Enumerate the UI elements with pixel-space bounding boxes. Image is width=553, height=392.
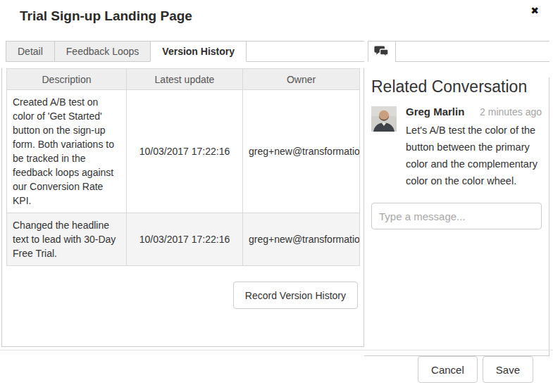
conversation-heading: Related Conversation xyxy=(371,77,542,96)
description-cell: Created A/B test on color of 'Get Starte… xyxy=(7,90,127,213)
conversation-panel: Related Conversation Greg Marlin xyxy=(364,41,549,356)
table-header-row: Description Latest update Owner xyxy=(7,69,360,90)
page-title: Trial Sign-up Landing Page xyxy=(20,8,192,24)
table-row: Created A/B test on color of 'Get Starte… xyxy=(7,90,360,213)
footer-divider xyxy=(0,350,553,350)
message-author: Greg Marlin xyxy=(406,106,464,118)
tab-version-history[interactable]: Version History xyxy=(150,41,247,62)
avatar xyxy=(371,106,397,132)
table-row: Changed the headline text to lead with 3… xyxy=(7,213,360,266)
owner-cell: greg+new@transformatio xyxy=(243,90,360,213)
footer-actions: Cancel Save xyxy=(418,356,533,383)
detail-tabs-panel: Detail Feedback Loops Version History De… xyxy=(1,41,364,347)
conversation-message: Greg Marlin 2 minutes ago Let's A/B test… xyxy=(371,106,542,189)
close-icon[interactable]: ✖ xyxy=(530,4,539,18)
message-timestamp: 2 minutes ago xyxy=(480,106,542,118)
save-button[interactable]: Save xyxy=(483,356,533,383)
tab-filler xyxy=(395,41,549,62)
tab-bar: Detail Feedback Loops Version History xyxy=(1,41,364,62)
conversation-content: Related Conversation Greg Marlin xyxy=(364,77,549,356)
column-header-latest-update: Latest update xyxy=(127,69,243,90)
column-header-description: Description xyxy=(7,69,127,90)
tab-detail[interactable]: Detail xyxy=(6,41,55,62)
latest-update-cell: 10/03/2017 17:22:16 xyxy=(127,90,243,213)
conversation-tab-bar xyxy=(364,41,549,62)
owner-cell: greg+new@transformatio xyxy=(243,213,360,266)
version-history-content: Description Latest update Owner Created … xyxy=(1,68,364,347)
latest-update-cell: 10/03/2017 17:22:16 xyxy=(127,213,243,266)
description-cell: Changed the headline text to lead with 3… xyxy=(7,213,127,266)
tab-conversation[interactable] xyxy=(368,41,396,62)
tab-feedback-loops[interactable]: Feedback Loops xyxy=(54,41,151,62)
cancel-button[interactable]: Cancel xyxy=(418,356,478,383)
column-header-owner: Owner xyxy=(243,69,360,90)
chat-bubbles-icon xyxy=(374,46,390,58)
record-version-history-button[interactable]: Record Version History xyxy=(233,282,358,309)
message-input[interactable] xyxy=(371,203,542,229)
message-text: Let's A/B test the color of the button b… xyxy=(406,122,542,189)
version-history-table: Description Latest update Owner Created … xyxy=(6,68,360,266)
tab-filler xyxy=(247,41,364,62)
